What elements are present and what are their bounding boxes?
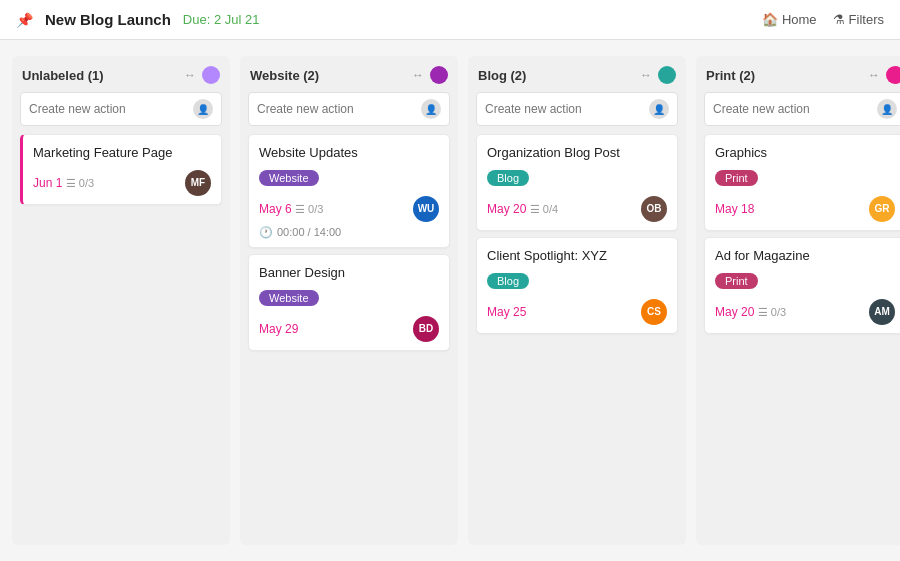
card-title: Ad for Magazine [715,248,895,265]
card-footer: May 20 ☰ 0/3AM [715,299,895,325]
card[interactable]: Ad for MagazinePrintMay 20 ☰ 0/3AM [704,237,900,334]
card-tag[interactable]: Blog [487,170,529,186]
card[interactable]: Website UpdatesWebsiteMay 6 ☰ 0/3WU🕐 00:… [248,134,450,248]
new-action-row-blog[interactable]: 👤 [476,92,678,126]
column-title-print: Print (2) [706,68,755,83]
card-meta: OB [641,196,667,222]
column-title-blog: Blog (2) [478,68,526,83]
new-action-input-website[interactable] [257,102,421,116]
column-header-print: Print (2)↔ [696,56,900,92]
column-unlabeled: Unlabeled (1)↔👤Marketing Feature PageJun… [12,56,230,545]
new-action-row-website[interactable]: 👤 [248,92,450,126]
new-action-row-unlabeled[interactable]: 👤 [20,92,222,126]
home-icon: 🏠 [762,12,778,27]
card-tag[interactable]: Blog [487,273,529,289]
cards-list-unlabeled: Marketing Feature PageJun 1 ☰ 0/3MF [12,134,230,545]
timer-row: 🕐 00:00 / 14:00 [259,226,439,239]
new-action-input-print[interactable] [713,102,877,116]
tag-color-dot [202,66,220,84]
card-date: May 20 ☰ 0/3 [715,305,786,319]
column-blog: Blog (2)↔👤Organization Blog PostBlogMay … [468,56,686,545]
card-footer: May 6 ☰ 0/3WU [259,196,439,222]
topbar-left: 📌 New Blog Launch Due: 2 Jul 21 [16,11,259,28]
card-date: May 29 [259,322,298,336]
cards-list-print: GraphicsPrintMay 18GRAd for MagazinePrin… [696,134,900,545]
card[interactable]: GraphicsPrintMay 18GR [704,134,900,231]
cards-list-website: Website UpdatesWebsiteMay 6 ☰ 0/3WU🕐 00:… [240,134,458,545]
column-header-icons-print: ↔ [868,66,900,84]
card-tag[interactable]: Website [259,290,319,306]
pin-icon: 📌 [16,12,33,28]
card-title: Graphics [715,145,895,162]
tag-color-dot [658,66,676,84]
column-title-website: Website (2) [250,68,319,83]
column-header-icons-website: ↔ [412,66,448,84]
topbar-right: 🏠 Home ⚗ Filters [762,12,884,27]
cards-list-blog: Organization Blog PostBlogMay 20 ☰ 0/4OB… [468,134,686,545]
card[interactable]: Marketing Feature PageJun 1 ☰ 0/3MF [20,134,222,205]
card-avatar: CS [641,299,667,325]
filters-label: Filters [849,12,884,27]
card-avatar: AM [869,299,895,325]
card-meta: CS [641,299,667,325]
card-date: May 6 ☰ 0/3 [259,202,323,216]
card[interactable]: Client Spotlight: XYZBlogMay 25CS [476,237,678,334]
card-date: May 18 [715,202,754,216]
column-title-unlabeled: Unlabeled (1) [22,68,104,83]
card-footer: Jun 1 ☰ 0/3MF [33,170,211,196]
tag-color-dot [430,66,448,84]
card-meta: AM [869,299,895,325]
card-meta: MF [185,170,211,196]
filter-icon: ⚗ [833,12,845,27]
column-header-blog: Blog (2)↔ [468,56,686,92]
card-title: Client Spotlight: XYZ [487,248,667,265]
clock-icon: 🕐 [259,226,273,239]
card-meta: GR [869,196,895,222]
card-title: Website Updates [259,145,439,162]
column-print: Print (2)↔👤GraphicsPrintMay 18GRAd for M… [696,56,900,545]
card-avatar: WU [413,196,439,222]
card-date: May 25 [487,305,526,319]
card-avatar: GR [869,196,895,222]
new-action-avatar: 👤 [877,99,897,119]
expand-icon[interactable]: ↔ [412,68,424,82]
column-header-icons-blog: ↔ [640,66,676,84]
kanban-board: Unlabeled (1)↔👤Marketing Feature PageJun… [0,40,900,561]
card-title: Banner Design [259,265,439,282]
home-button[interactable]: 🏠 Home [762,12,817,27]
card-meta: BD [413,316,439,342]
new-action-avatar: 👤 [421,99,441,119]
card-avatar: OB [641,196,667,222]
timer-text: 00:00 / 14:00 [277,226,341,238]
due-date: Due: 2 Jul 21 [183,12,260,27]
topbar: 📌 New Blog Launch Due: 2 Jul 21 🏠 Home ⚗… [0,0,900,40]
card-avatar: BD [413,316,439,342]
column-header-icons-unlabeled: ↔ [184,66,220,84]
filters-button[interactable]: ⚗ Filters [833,12,884,27]
new-action-avatar: 👤 [193,99,213,119]
card-date: May 20 ☰ 0/4 [487,202,558,216]
new-action-row-print[interactable]: 👤 [704,92,900,126]
tag-color-dot [886,66,900,84]
new-action-input-unlabeled[interactable] [29,102,193,116]
expand-icon[interactable]: ↔ [640,68,652,82]
card-tag[interactable]: Print [715,273,758,289]
card-footer: May 18GR [715,196,895,222]
card-meta: WU [413,196,439,222]
column-website: Website (2)↔👤Website UpdatesWebsiteMay 6… [240,56,458,545]
card[interactable]: Organization Blog PostBlogMay 20 ☰ 0/4OB [476,134,678,231]
card-footer: May 25CS [487,299,667,325]
card-tag[interactable]: Print [715,170,758,186]
expand-icon[interactable]: ↔ [184,68,196,82]
card-footer: May 20 ☰ 0/4OB [487,196,667,222]
card-footer: May 29BD [259,316,439,342]
card[interactable]: Banner DesignWebsiteMay 29BD [248,254,450,351]
new-action-input-blog[interactable] [485,102,649,116]
card-tag[interactable]: Website [259,170,319,186]
card-avatar: MF [185,170,211,196]
column-header-unlabeled: Unlabeled (1)↔ [12,56,230,92]
card-title: Organization Blog Post [487,145,667,162]
expand-icon[interactable]: ↔ [868,68,880,82]
card-date: Jun 1 ☰ 0/3 [33,176,94,190]
new-action-avatar: 👤 [649,99,669,119]
